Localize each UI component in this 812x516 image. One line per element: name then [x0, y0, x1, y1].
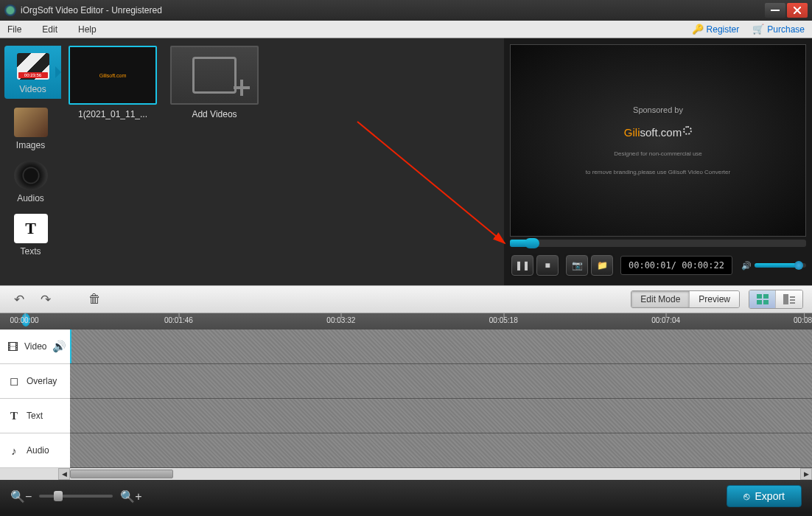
- timeline-ruler[interactable]: 00:00:0000:01:4600:03:3200:05:1800:07:04…: [0, 313, 812, 330]
- text-track-icon: T: [7, 410, 21, 422]
- ruler-tick: 00:01:46: [164, 316, 193, 324]
- category-audios[interactable]: Audios: [0, 155, 61, 208]
- volume-icon: 🔊: [741, 261, 752, 271]
- category-label: Videos: [19, 84, 46, 94]
- timeline-tracks: 🎞 Video 🔊 ◻ Overlay T Text ♪ Audio: [0, 330, 812, 468]
- svg-rect-6: [763, 300, 769, 304]
- volume-knob[interactable]: [794, 261, 803, 270]
- category-label: Texts: [20, 246, 41, 257]
- svg-rect-8: [790, 296, 795, 298]
- track-overlay[interactable]: ◻ Overlay: [0, 364, 70, 399]
- pause-button[interactable]: ❚❚: [511, 255, 533, 276]
- svg-rect-9: [790, 299, 795, 301]
- cart-icon: 🛒: [752, 24, 764, 35]
- content-area: Videos Images Audios T Texts Gilisoft.co…: [0, 38, 812, 285]
- app-icon: [4, 4, 16, 16]
- preview-controls: ❚❚ ■ 📷 📁 00:00:01/ 00:00:22 🔊: [510, 251, 806, 279]
- speaker-icon: [14, 161, 48, 190]
- svg-rect-10: [790, 302, 795, 304]
- track-video[interactable]: 🎞 Video 🔊: [0, 330, 70, 364]
- register-link[interactable]: 🔑 Register: [692, 24, 740, 35]
- progress-knob[interactable]: [525, 238, 539, 248]
- preview-line2: to remove branding,please use Gilisoft V…: [586, 169, 730, 175]
- category-tabs: Videos Images Audios T Texts: [0, 38, 61, 285]
- track-lanes[interactable]: [70, 330, 812, 468]
- preview-panel: Sponsored by Gilisoft.com Designed for n…: [504, 38, 812, 285]
- sound-icon: 🔊: [52, 340, 66, 353]
- key-icon: 🔑: [692, 24, 704, 35]
- stop-button[interactable]: ■: [536, 255, 559, 276]
- preview-mode-button[interactable]: Preview: [690, 291, 739, 307]
- view-timeline-button[interactable]: [749, 290, 776, 308]
- snapshot-button[interactable]: 📷: [566, 255, 588, 276]
- ruler-tick: 00:00:00: [10, 316, 39, 324]
- view-storyboard-button[interactable]: [776, 290, 802, 308]
- open-folder-button[interactable]: 📁: [591, 255, 613, 276]
- ruler-tick: 00:07:04: [651, 316, 680, 324]
- scrollbar-thumb[interactable]: [70, 470, 173, 478]
- bottombar: 🔍− 🔍+ ⎋ Export: [0, 480, 812, 512]
- export-icon: ⎋: [743, 490, 749, 502]
- ruler-tick: 00:03:32: [326, 316, 355, 324]
- add-videos-button[interactable]: Add Videos: [170, 46, 259, 119]
- minimize-button[interactable]: [765, 3, 785, 18]
- undo-button[interactable]: ↶: [9, 290, 29, 309]
- timeline-scrollbar[interactable]: ◀ ▶: [0, 468, 812, 480]
- text-icon: T: [14, 214, 48, 243]
- scroll-right-button[interactable]: ▶: [800, 468, 812, 480]
- preview-screen: Sponsored by Gilisoft.com Designed for n…: [510, 44, 806, 237]
- timeline: 00:00:0000:01:4600:03:3200:05:1800:07:04…: [0, 313, 812, 480]
- category-texts[interactable]: T Texts: [0, 208, 61, 261]
- category-videos[interactable]: Videos: [4, 46, 61, 99]
- svg-rect-5: [757, 300, 762, 304]
- media-clip-label: 1(2021_01_11_...: [69, 109, 157, 119]
- mode-toggle: Edit Mode Preview: [631, 290, 740, 308]
- volume-control[interactable]: 🔊: [741, 261, 806, 271]
- zoom-out-button[interactable]: 🔍−: [10, 489, 32, 503]
- note-icon: ♪: [7, 444, 21, 457]
- lane-overlay[interactable]: [70, 364, 812, 399]
- menubar: File Edit Help 🔑 Register 🛒 Purchase: [0, 21, 812, 38]
- overlay-icon: ◻: [7, 374, 21, 388]
- lane-audio[interactable]: [70, 433, 812, 468]
- category-images[interactable]: Images: [0, 102, 61, 155]
- time-display: 00:00:01/ 00:00:22: [620, 256, 732, 275]
- ruler-tick: 00:08:: [794, 316, 812, 324]
- menu-help[interactable]: Help: [78, 24, 97, 35]
- volume-track[interactable]: [755, 263, 806, 268]
- clapper-icon: [16, 52, 50, 81]
- media-library: Gilisoft.com 1(2021_01_11_... Add Videos: [61, 38, 504, 285]
- toolbar: ↶ ↷ 🗑 Edit Mode Preview: [0, 285, 812, 313]
- purchase-link[interactable]: 🛒 Purchase: [752, 24, 805, 35]
- gear-icon: [683, 126, 692, 135]
- menu-edit[interactable]: Edit: [42, 24, 57, 35]
- svg-rect-4: [763, 294, 769, 299]
- export-label: Export: [755, 490, 785, 502]
- titlebar: iOrgSoft Video Editor - Unregistered: [0, 0, 812, 21]
- delete-button[interactable]: 🗑: [84, 290, 105, 309]
- menu-file[interactable]: File: [7, 24, 21, 35]
- zoom-control: 🔍− 🔍+: [10, 489, 142, 503]
- register-label: Register: [707, 24, 740, 35]
- add-thumbnail: [170, 46, 259, 105]
- zoom-slider[interactable]: [39, 495, 113, 498]
- edit-mode-button[interactable]: Edit Mode: [631, 291, 690, 307]
- media-clip[interactable]: Gilisoft.com 1(2021_01_11_...: [69, 46, 157, 119]
- close-button[interactable]: [787, 3, 808, 18]
- export-button[interactable]: ⎋ Export: [727, 485, 802, 507]
- redo-button[interactable]: ↷: [35, 290, 56, 309]
- track-text[interactable]: T Text: [0, 399, 70, 433]
- track-audio[interactable]: ♪ Audio: [0, 433, 70, 468]
- scroll-left-button[interactable]: ◀: [58, 468, 70, 480]
- preview-progress[interactable]: [510, 240, 806, 247]
- media-thumbnail: Gilisoft.com: [69, 46, 157, 105]
- sponsor-label: Sponsored by: [633, 105, 683, 114]
- preview-line1: Designed for non-commercial use: [614, 150, 702, 157]
- film-plus-icon: [192, 57, 237, 94]
- svg-rect-0: [771, 10, 780, 11]
- zoom-knob[interactable]: [54, 491, 63, 501]
- lane-text[interactable]: [70, 399, 812, 433]
- brand-logo: Gilisoft.com: [624, 126, 692, 139]
- zoom-in-button[interactable]: 🔍+: [120, 489, 141, 503]
- lane-video[interactable]: [70, 330, 812, 364]
